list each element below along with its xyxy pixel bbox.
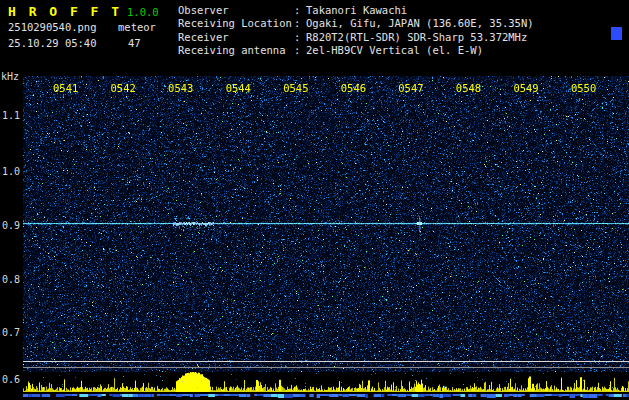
spectrogram-plot: 0541054205430544054505460547054805490550 [23,76,629,372]
marker-line-upper [23,361,629,362]
blue-marker-icon [611,27,622,40]
mode-label: meteor [118,21,156,33]
time-label-0544: 0544 [226,82,251,94]
hrofft-app-window: H R O F F T 1.0.0 2510290540.png meteor … [0,0,629,400]
freq-label-1.1: 1.1 [2,110,20,121]
info-value: Ogaki, Gifu, JAPAN (136.60E, 35.35N) [306,17,534,30]
frequency-axis: kHz 1.11.00.90.80.70.6 [0,0,23,400]
app-version: 1.0.0 [127,6,159,18]
info-row-receiver: Receiver:R820T2(RTL-SDR) SDR-Sharp 53.37… [178,31,534,44]
info-label: Receiving antenna [178,44,294,57]
info-label: Receiving Location [178,17,294,30]
time-label-0550: 0550 [571,82,596,94]
freq-label-1.0: 1.0 [2,166,20,177]
echo-count: 47 [128,37,141,49]
info-row-observer: Observer:Takanori Kawachi [178,4,534,17]
info-value: 2el-HB9CV Vertical (el. E-W) [306,44,483,57]
info-separator: : [294,17,306,30]
time-label-0548: 0548 [456,82,481,94]
time-label-0545: 0545 [283,82,308,94]
info-separator: : [294,44,306,57]
app-title: H R O F F T [8,4,122,19]
freq-label-0.8: 0.8 [2,274,20,285]
time-label-0549: 0549 [513,82,538,94]
info-value: Takanori Kawachi [306,4,407,17]
info-row-receiving-location: Receiving Location:Ogaki, Gifu, JAPAN (1… [178,17,534,30]
time-label-0542: 0542 [111,82,136,94]
spectrogram-canvas [23,76,629,372]
info-separator: : [294,4,306,17]
station-info: Observer:Takanori KawachiReceiving Locat… [178,4,534,58]
marker-line-lower [23,367,629,368]
info-row-receiving-antenna: Receiving antenna:2el-HB9CV Vertical (el… [178,44,534,57]
signal-level-strip [23,372,629,394]
freq-label-0.9: 0.9 [2,220,20,231]
time-label-0547: 0547 [398,82,423,94]
freq-label-0.6: 0.6 [2,374,20,385]
time-label-0546: 0546 [341,82,366,94]
freq-unit-label: kHz [1,71,19,82]
info-label: Receiver [178,31,294,44]
info-label: Observer [178,4,294,17]
info-separator: : [294,31,306,44]
baseline-dashes [23,394,629,400]
time-label-0543: 0543 [168,82,193,94]
info-value: R820T2(RTL-SDR) SDR-Sharp 53.372MHz [306,31,527,44]
time-label-0541: 0541 [53,82,78,94]
freq-label-0.7: 0.7 [2,327,20,338]
